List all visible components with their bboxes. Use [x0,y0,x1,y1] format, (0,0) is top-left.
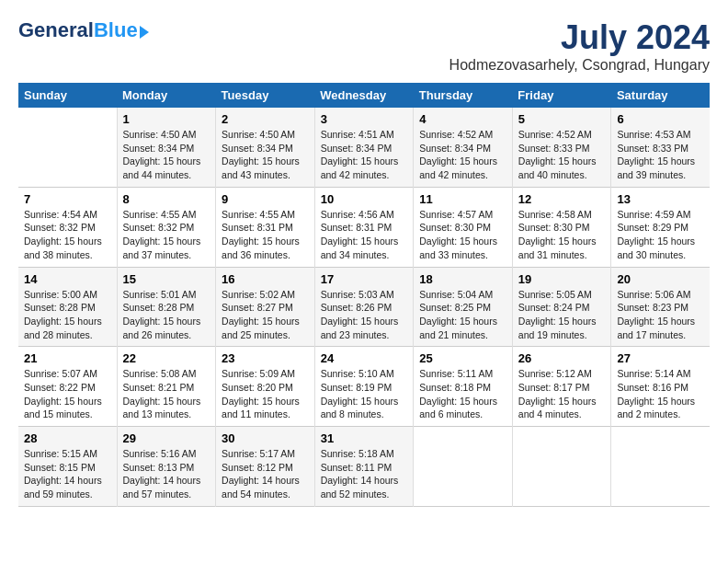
week-row-3: 14Sunrise: 5:00 AMSunset: 8:28 PMDayligh… [18,267,710,347]
day-cell: 23Sunrise: 5:09 AMSunset: 8:20 PMDayligh… [216,347,315,427]
day-cell [512,427,611,507]
logo-general: General [18,18,94,42]
day-cell: 1Sunrise: 4:50 AMSunset: 8:34 PMDaylight… [117,108,216,187]
header-col-wednesday: Wednesday [314,83,414,108]
day-info: Sunrise: 5:17 AMSunset: 8:12 PMDaylight:… [222,447,309,501]
day-info: Sunrise: 5:07 AMSunset: 8:22 PMDaylight:… [24,367,111,421]
day-number: 30 [222,431,309,445]
day-info: Sunrise: 4:59 AMSunset: 8:29 PMDaylight:… [617,208,704,262]
header-col-saturday: Saturday [611,83,710,108]
header-col-friday: Friday [512,83,611,108]
day-number: 14 [24,272,111,286]
day-cell: 12Sunrise: 4:58 AMSunset: 8:30 PMDayligh… [512,187,611,267]
header-col-monday: Monday [117,83,216,108]
day-cell: 2Sunrise: 4:50 AMSunset: 8:34 PMDaylight… [216,108,315,187]
day-cell: 3Sunrise: 4:51 AMSunset: 8:34 PMDaylight… [314,108,414,187]
day-info: Sunrise: 4:52 AMSunset: 8:33 PMDaylight:… [518,128,606,182]
day-info: Sunrise: 4:57 AMSunset: 8:30 PMDaylight:… [419,208,506,262]
title-block: July 2024 Hodmezovasarhely, Csongrad, Hu… [449,18,710,74]
day-cell: 10Sunrise: 4:56 AMSunset: 8:31 PMDayligh… [314,187,414,267]
day-number: 13 [617,192,704,206]
day-number: 17 [321,272,408,286]
calendar-body: 1Sunrise: 4:50 AMSunset: 8:34 PMDaylight… [18,108,710,506]
day-number: 7 [24,192,111,206]
week-row-5: 28Sunrise: 5:15 AMSunset: 8:15 PMDayligh… [18,427,710,507]
day-number: 23 [222,351,309,365]
day-info: Sunrise: 4:53 AMSunset: 8:33 PMDaylight:… [617,128,704,182]
day-info: Sunrise: 5:02 AMSunset: 8:27 PMDaylight:… [222,288,309,342]
day-number: 10 [321,192,408,206]
day-number: 27 [617,351,704,365]
day-cell [414,427,513,507]
day-info: Sunrise: 5:00 AMSunset: 8:28 PMDaylight:… [24,288,111,342]
day-number: 28 [24,431,111,445]
day-cell: 16Sunrise: 5:02 AMSunset: 8:27 PMDayligh… [216,267,315,347]
day-cell: 25Sunrise: 5:11 AMSunset: 8:18 PMDayligh… [414,347,513,427]
day-cell: 28Sunrise: 5:15 AMSunset: 8:15 PMDayligh… [18,427,117,507]
day-cell: 22Sunrise: 5:08 AMSunset: 8:21 PMDayligh… [117,347,216,427]
week-row-2: 7Sunrise: 4:54 AMSunset: 8:32 PMDaylight… [18,187,710,267]
day-number: 19 [518,272,606,286]
calendar-subtitle: Hodmezovasarhely, Csongrad, Hungary [449,57,710,74]
day-number: 25 [419,351,506,365]
day-number: 26 [518,351,606,365]
day-cell: 21Sunrise: 5:07 AMSunset: 8:22 PMDayligh… [18,347,117,427]
day-number: 16 [222,272,309,286]
day-info: Sunrise: 4:50 AMSunset: 8:34 PMDaylight:… [123,128,210,182]
calendar-header: SundayMondayTuesdayWednesdayThursdayFrid… [18,83,710,108]
day-info: Sunrise: 5:03 AMSunset: 8:26 PMDaylight:… [321,288,408,342]
day-cell [611,427,710,507]
day-number: 29 [123,431,210,445]
header-col-sunday: Sunday [18,83,117,108]
day-cell: 30Sunrise: 5:17 AMSunset: 8:12 PMDayligh… [216,427,315,507]
day-info: Sunrise: 5:05 AMSunset: 8:24 PMDaylight:… [518,288,606,342]
week-row-4: 21Sunrise: 5:07 AMSunset: 8:22 PMDayligh… [18,347,710,427]
day-cell: 4Sunrise: 4:52 AMSunset: 8:34 PMDaylight… [414,108,513,187]
day-info: Sunrise: 5:04 AMSunset: 8:25 PMDaylight:… [419,288,506,342]
day-info: Sunrise: 4:58 AMSunset: 8:30 PMDaylight:… [518,208,606,262]
day-info: Sunrise: 5:09 AMSunset: 8:20 PMDaylight:… [222,367,309,421]
day-number: 18 [419,272,506,286]
day-cell: 7Sunrise: 4:54 AMSunset: 8:32 PMDaylight… [18,187,117,267]
day-info: Sunrise: 5:08 AMSunset: 8:21 PMDaylight:… [123,367,210,421]
day-info: Sunrise: 5:14 AMSunset: 8:16 PMDaylight:… [617,367,704,421]
day-cell: 11Sunrise: 4:57 AMSunset: 8:30 PMDayligh… [414,187,513,267]
day-cell: 31Sunrise: 5:18 AMSunset: 8:11 PMDayligh… [314,427,414,507]
page-header: General Blue July 2024 Hodmezovasarhely,… [18,18,710,74]
header-col-tuesday: Tuesday [216,83,315,108]
day-info: Sunrise: 4:51 AMSunset: 8:34 PMDaylight:… [321,128,408,182]
header-row: SundayMondayTuesdayWednesdayThursdayFrid… [18,83,710,108]
day-info: Sunrise: 5:01 AMSunset: 8:28 PMDaylight:… [123,288,210,342]
calendar-table: SundayMondayTuesdayWednesdayThursdayFrid… [18,83,710,507]
day-cell: 20Sunrise: 5:06 AMSunset: 8:23 PMDayligh… [611,267,710,347]
day-cell: 29Sunrise: 5:16 AMSunset: 8:13 PMDayligh… [117,427,216,507]
logo-blue: Blue [94,18,138,42]
day-info: Sunrise: 5:10 AMSunset: 8:19 PMDaylight:… [321,367,408,421]
day-cell: 18Sunrise: 5:04 AMSunset: 8:25 PMDayligh… [414,267,513,347]
day-number: 4 [419,112,506,126]
header-col-thursday: Thursday [414,83,513,108]
day-info: Sunrise: 4:50 AMSunset: 8:34 PMDaylight:… [222,128,309,182]
day-number: 6 [617,112,704,126]
logo-arrow-icon [140,26,149,39]
day-cell [18,108,117,187]
day-number: 31 [321,431,408,445]
day-number: 11 [419,192,506,206]
day-cell: 27Sunrise: 5:14 AMSunset: 8:16 PMDayligh… [611,347,710,427]
day-info: Sunrise: 4:56 AMSunset: 8:31 PMDaylight:… [321,208,408,262]
day-cell: 9Sunrise: 4:55 AMSunset: 8:31 PMDaylight… [216,187,315,267]
day-number: 15 [123,272,210,286]
day-info: Sunrise: 4:55 AMSunset: 8:31 PMDaylight:… [222,208,309,262]
day-cell: 26Sunrise: 5:12 AMSunset: 8:17 PMDayligh… [512,347,611,427]
day-number: 8 [123,192,210,206]
day-number: 2 [222,112,309,126]
day-number: 1 [123,112,210,126]
week-row-1: 1Sunrise: 4:50 AMSunset: 8:34 PMDaylight… [18,108,710,187]
day-info: Sunrise: 4:55 AMSunset: 8:32 PMDaylight:… [123,208,210,262]
day-number: 24 [321,351,408,365]
day-info: Sunrise: 4:52 AMSunset: 8:34 PMDaylight:… [419,128,506,182]
day-info: Sunrise: 5:12 AMSunset: 8:17 PMDaylight:… [518,367,606,421]
day-cell: 19Sunrise: 5:05 AMSunset: 8:24 PMDayligh… [512,267,611,347]
day-cell: 17Sunrise: 5:03 AMSunset: 8:26 PMDayligh… [314,267,414,347]
day-cell: 5Sunrise: 4:52 AMSunset: 8:33 PMDaylight… [512,108,611,187]
